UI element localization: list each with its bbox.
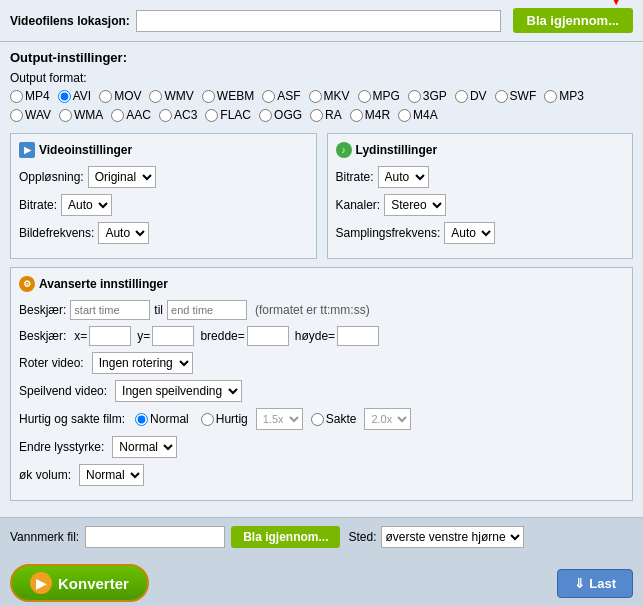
framerate-select[interactable]: Auto bbox=[98, 222, 149, 244]
main-content: Output-instillinger: Output format: MP4 … bbox=[0, 42, 643, 517]
advanced-icon: ⚙ bbox=[19, 276, 35, 292]
trim-to-label: til bbox=[154, 303, 163, 317]
samplerate-select[interactable]: Auto bbox=[444, 222, 495, 244]
format-flac[interactable]: FLAC bbox=[205, 108, 251, 122]
brightness-select[interactable]: Normal bbox=[112, 436, 177, 458]
framerate-label: Bildefrekvens: bbox=[19, 226, 94, 240]
output-settings-title: Output-instillinger: bbox=[10, 50, 633, 65]
flip-label: Speilvend video: bbox=[19, 384, 107, 398]
channels-row: Kanaler: Stereo bbox=[336, 194, 625, 216]
rotate-select[interactable]: Ingen rotering bbox=[92, 352, 193, 374]
speed-fast-select[interactable]: 1.5x 2.0x bbox=[256, 408, 303, 430]
trim-format-note: (formatet er tt:mm:ss) bbox=[255, 303, 370, 317]
samplerate-label: Samplingsfrekvens: bbox=[336, 226, 441, 240]
rotate-row: Roter video: Ingen rotering bbox=[19, 352, 624, 374]
format-wav[interactable]: WAV bbox=[10, 108, 51, 122]
speed-normal-label: Normal bbox=[150, 412, 189, 426]
speed-slow-option[interactable]: Sakte bbox=[311, 412, 357, 426]
video-settings-box: ▶ Videoinstillinger Oppløsning: Original… bbox=[10, 133, 317, 259]
watermark-label: Vannmerk fil: bbox=[10, 530, 79, 544]
format-ogg[interactable]: OGG bbox=[259, 108, 302, 122]
speed-slow-select[interactable]: 2.0x bbox=[364, 408, 411, 430]
audio-bitrate-select[interactable]: Auto bbox=[378, 166, 429, 188]
flip-row: Speilvend video: Ingen speilvending bbox=[19, 380, 624, 402]
resolution-label: Oppløsning: bbox=[19, 170, 84, 184]
volume-row: øk volum: Normal bbox=[19, 464, 624, 486]
sted-select[interactable]: øverste venstre hjørne bbox=[381, 526, 524, 548]
top-bar: Videofilens lokasjon: ▼ Bla igjennom... bbox=[0, 0, 643, 42]
audio-settings-title: ♪ Lydinstillinger bbox=[336, 142, 625, 158]
volume-label: øk volum: bbox=[19, 468, 71, 482]
footer-bar: ▶ Konverter ⇓ Last bbox=[0, 556, 643, 606]
samplerate-row: Samplingsfrekvens: Auto bbox=[336, 222, 625, 244]
format-aac[interactable]: AAC bbox=[111, 108, 151, 122]
crop-height-input[interactable] bbox=[337, 326, 379, 346]
format-ac3[interactable]: AC3 bbox=[159, 108, 197, 122]
browse-watermark-button[interactable]: Bla igjennom... bbox=[231, 526, 340, 548]
konverter-icon: ▶ bbox=[30, 572, 52, 594]
watermark-bar: Vannmerk fil: Bla igjennom... Sted: øver… bbox=[0, 517, 643, 556]
format-mpg[interactable]: MPG bbox=[358, 89, 400, 103]
format-asf[interactable]: ASF bbox=[262, 89, 300, 103]
video-bitrate-select[interactable]: Auto bbox=[61, 194, 112, 216]
width-label: bredde= bbox=[200, 329, 244, 343]
crop-x-input[interactable] bbox=[89, 326, 131, 346]
crop-row: Beskjær: x= y= bredde= høyde= bbox=[19, 326, 624, 346]
format-3gp[interactable]: 3GP bbox=[408, 89, 447, 103]
trim-start-input[interactable] bbox=[70, 300, 150, 320]
format-mov[interactable]: MOV bbox=[99, 89, 141, 103]
format-label: Output format: bbox=[10, 71, 633, 85]
trim-end-input[interactable] bbox=[167, 300, 247, 320]
format-wma[interactable]: WMA bbox=[59, 108, 103, 122]
channels-select[interactable]: Stereo bbox=[384, 194, 446, 216]
format-swf[interactable]: SWF bbox=[495, 89, 537, 103]
browse-top-button[interactable]: Bla igjennom... bbox=[513, 8, 633, 33]
height-label: høyde= bbox=[295, 329, 335, 343]
speed-fast-label: Hurtig bbox=[216, 412, 248, 426]
advanced-settings-box: ⚙ Avanserte innstillinger Beskjær: til (… bbox=[10, 267, 633, 501]
watermark-input[interactable] bbox=[85, 526, 225, 548]
last-button[interactable]: ⇓ Last bbox=[557, 569, 633, 598]
speed-label: Hurtig og sakte film: bbox=[19, 412, 125, 426]
format-grid: MP4 AVI MOV WMV WEBM ASF MKV MPG 3GP DV … bbox=[10, 89, 633, 125]
sted-label: Sted: bbox=[348, 530, 376, 544]
format-m4r[interactable]: M4R bbox=[350, 108, 390, 122]
format-mp3[interactable]: MP3 bbox=[544, 89, 584, 103]
channels-label: Kanaler: bbox=[336, 198, 381, 212]
speed-slow-label: Sakte bbox=[326, 412, 357, 426]
video-settings-title: ▶ Videoinstillinger bbox=[19, 142, 308, 158]
audio-bitrate-label: Bitrate: bbox=[336, 170, 374, 184]
output-settings-section: Output-instillinger: Output format: MP4 … bbox=[10, 50, 633, 125]
rotate-label: Roter video: bbox=[19, 356, 84, 370]
format-ra[interactable]: RA bbox=[310, 108, 342, 122]
crop-y-input[interactable] bbox=[152, 326, 194, 346]
video-bitrate-row: Bitrate: Auto bbox=[19, 194, 308, 216]
trim-label: Beskjær: bbox=[19, 303, 66, 317]
speed-fast-option[interactable]: Hurtig bbox=[201, 412, 248, 426]
settings-columns: ▶ Videoinstillinger Oppløsning: Original… bbox=[10, 133, 633, 259]
file-location-input[interactable] bbox=[136, 10, 501, 32]
format-mp4[interactable]: MP4 bbox=[10, 89, 50, 103]
konverter-button[interactable]: ▶ Konverter bbox=[10, 564, 149, 602]
framerate-row: Bildefrekvens: Auto bbox=[19, 222, 308, 244]
format-m4a[interactable]: M4A bbox=[398, 108, 438, 122]
format-webm[interactable]: WEBM bbox=[202, 89, 254, 103]
brightness-label: Endre lysstyrke: bbox=[19, 440, 104, 454]
resolution-row: Oppløsning: Original bbox=[19, 166, 308, 188]
volume-select[interactable]: Normal bbox=[79, 464, 144, 486]
file-location-label: Videofilens lokasjon: bbox=[10, 14, 130, 28]
speed-row: Hurtig og sakte film: Normal Hurtig 1.5x… bbox=[19, 408, 624, 430]
flip-select[interactable]: Ingen speilvending bbox=[115, 380, 242, 402]
resolution-select[interactable]: Original bbox=[88, 166, 156, 188]
audio-bitrate-row: Bitrate: Auto bbox=[336, 166, 625, 188]
download-icon: ⇓ bbox=[574, 576, 585, 591]
format-dv[interactable]: DV bbox=[455, 89, 487, 103]
format-wmv[interactable]: WMV bbox=[149, 89, 193, 103]
y-label: y= bbox=[137, 329, 150, 343]
format-mkv[interactable]: MKV bbox=[309, 89, 350, 103]
audio-settings-box: ♪ Lydinstillinger Bitrate: Auto Kanaler:… bbox=[327, 133, 634, 259]
crop-width-input[interactable] bbox=[247, 326, 289, 346]
crop-label: Beskjær: bbox=[19, 329, 66, 343]
speed-normal-option[interactable]: Normal bbox=[135, 412, 189, 426]
format-avi[interactable]: AVI bbox=[58, 89, 91, 103]
